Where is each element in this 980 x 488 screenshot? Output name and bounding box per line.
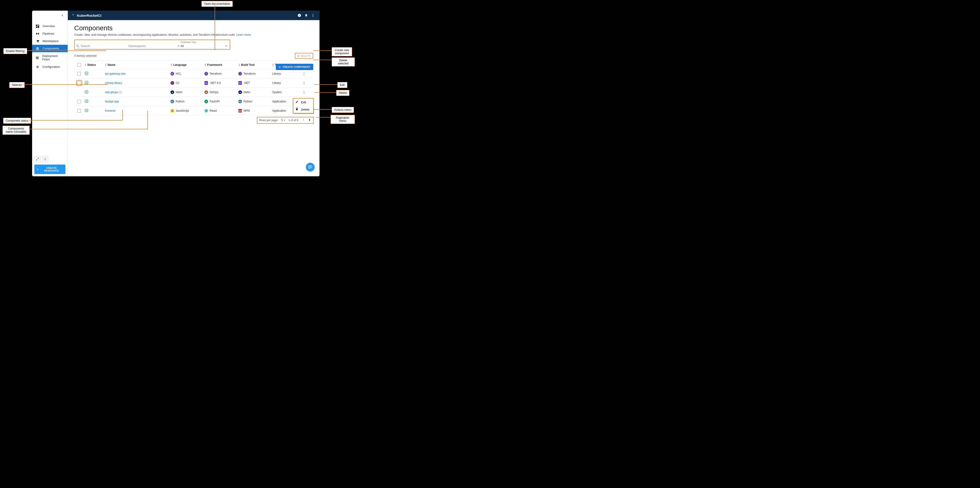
- svg-point-18: [37, 67, 38, 67]
- svg-point-5: [313, 16, 313, 17]
- svg-point-26: [85, 81, 88, 84]
- ctx-edit[interactable]: Edit: [293, 99, 313, 106]
- sidebar-item-marketplace[interactable]: Marketplace: [32, 37, 68, 45]
- row-checkbox[interactable]: [77, 72, 81, 75]
- component-name-link[interactable]: edp-gitops: [105, 91, 118, 94]
- svg-point-14: [38, 42, 39, 43]
- row-checkbox[interactable]: [77, 100, 81, 103]
- brand-label: KuberRocketCI: [77, 14, 101, 17]
- callout-enable-filtering: Enable filtering: [3, 48, 27, 54]
- topbar-menu-button[interactable]: [310, 12, 317, 19]
- chevron-down-icon: [178, 45, 180, 46]
- svg-rect-16: [36, 58, 39, 58]
- settings-mini-button[interactable]: [42, 156, 48, 162]
- brand: KuberRocketCI: [71, 13, 101, 17]
- info-icon[interactable]: i: [119, 91, 122, 94]
- trash-icon: [296, 108, 299, 111]
- delete-label: DELETE: [301, 54, 311, 57]
- rows-per-page-select[interactable]: 5: [281, 119, 285, 122]
- learn-more-link[interactable]: Learn more.: [236, 33, 251, 37]
- svg-point-32: [304, 92, 304, 93]
- callout-actions-menu: Actions menu: [332, 107, 354, 113]
- status-icon: [84, 108, 105, 113]
- sidebar-item-label: Components: [43, 47, 59, 50]
- type-cell: Library: [272, 72, 295, 75]
- col-framework[interactable]: ▲▼Framework: [204, 63, 238, 67]
- page-description: Create, view, and manage diverse codebas…: [74, 33, 313, 37]
- svg-point-28: [304, 83, 304, 83]
- flows-icon: [36, 56, 39, 59]
- expand-button[interactable]: [34, 156, 41, 162]
- col-status[interactable]: ▲▼Status: [84, 63, 105, 67]
- sidebar-item-deployment-flows[interactable]: Deployment Flows: [32, 52, 68, 63]
- codebase-type-select[interactable]: Codebase Type All: [180, 41, 228, 49]
- svg-point-25: [304, 75, 304, 75]
- row-checkbox[interactable]: [77, 109, 81, 113]
- callout-comp-name: Components name (clickable): [3, 126, 30, 135]
- gear-icon: [36, 65, 39, 68]
- info-button[interactable]: i: [296, 12, 303, 19]
- buildtool-cell: PyPython: [238, 100, 272, 103]
- svg-point-0: [73, 14, 73, 15]
- status-icon: [84, 99, 105, 104]
- framework-cell: ⚡FastAPI: [204, 100, 238, 103]
- bell-button[interactable]: [303, 12, 310, 19]
- table-row: fastapi-appPyPython⚡FastAPIPyPythonAppli…: [74, 97, 313, 106]
- svg-rect-10: [36, 33, 37, 35]
- callout-open-doc: Open documentation: [202, 1, 233, 7]
- topbar: KuberRocketCI i: [32, 11, 320, 20]
- sidebar-item-overview[interactable]: Overview: [32, 22, 68, 30]
- sidebar: OverviewPipelinesMarketplaceComponentsDe…: [32, 20, 68, 176]
- type-cell: Application: [272, 109, 295, 112]
- svg-point-31: [304, 91, 304, 92]
- delete-selected-button[interactable]: DELETE: [295, 53, 313, 59]
- sidebar-item-configuration[interactable]: Configuration: [32, 63, 68, 70]
- component-name-link[interactable]: csharp-library: [105, 81, 122, 84]
- table-row: frontendJSJavaScript⚛ReactnpmNPMApplicat…: [74, 106, 313, 116]
- component-name-link[interactable]: frontend: [105, 109, 115, 112]
- pagination-prev[interactable]: [301, 119, 305, 122]
- col-language[interactable]: ▲▼Language: [170, 63, 204, 67]
- svg-point-22: [85, 72, 88, 75]
- component-name-link[interactable]: fastapi-app: [105, 100, 119, 103]
- svg-text:i: i: [299, 14, 300, 17]
- ctx-delete[interactable]: Delete: [293, 106, 313, 113]
- svg-rect-7: [38, 25, 39, 25]
- create-resource-label: CREATE RESOURCE: [40, 167, 63, 172]
- row-actions-button[interactable]: [295, 91, 313, 94]
- sidebar-item-label: Deployment Flows: [42, 54, 64, 61]
- callout-comp-status: Componets status: [3, 118, 31, 124]
- select-all-checkbox[interactable]: [77, 63, 81, 67]
- row-actions-button[interactable]: [295, 82, 313, 84]
- create-component-button[interactable]: CREATE COMPONENT: [276, 64, 313, 70]
- pagination-next[interactable]: [308, 119, 311, 122]
- chat-fab[interactable]: [306, 163, 315, 171]
- sidebar-collapse-button[interactable]: [61, 13, 64, 17]
- buildtool-cell: TTerraform: [238, 72, 272, 75]
- namespaces-select[interactable]: Namespaces: [128, 43, 180, 49]
- svg-rect-11: [38, 33, 39, 35]
- svg-rect-15: [36, 57, 39, 57]
- framework-cell: ⚛React: [204, 109, 238, 113]
- col-buildtool[interactable]: ▲▼Build Tool: [238, 63, 272, 67]
- table-row: edp-gitopsi⎈Helm◆GitOps⎈HelmSystem: [74, 88, 313, 97]
- framework-cell: ◆GitOps: [204, 91, 238, 94]
- sidebar-item-components[interactable]: Components: [32, 45, 68, 52]
- row-actions-button[interactable]: [295, 72, 313, 75]
- sidebar-item-pipelines[interactable]: Pipelines: [32, 30, 68, 37]
- namespaces-label: Namespaces: [129, 44, 146, 48]
- svg-rect-8: [38, 26, 39, 28]
- language-cell: HHCL: [170, 72, 204, 75]
- trash-icon: [297, 55, 299, 57]
- pagination: Rows per page: 5 1–5 of 9: [257, 117, 313, 123]
- callout-delete: Delete: [336, 90, 349, 96]
- search-field[interactable]: Search: [76, 43, 128, 49]
- row-context-menu: Edit Delete: [293, 98, 313, 113]
- component-name-link[interactable]: api-gateway-abc: [105, 72, 126, 75]
- table-row: api-gateway-abcHHCLTTerraformTTerraformL…: [74, 69, 313, 78]
- create-resource-button[interactable]: CREATE RESOURCE: [34, 165, 65, 174]
- svg-point-27: [304, 82, 304, 82]
- callout-pagination-menu: Pagination menu: [331, 115, 355, 124]
- callout-delete-selected: Delete selected: [332, 57, 355, 67]
- col-name[interactable]: ▲▼Name: [105, 63, 170, 67]
